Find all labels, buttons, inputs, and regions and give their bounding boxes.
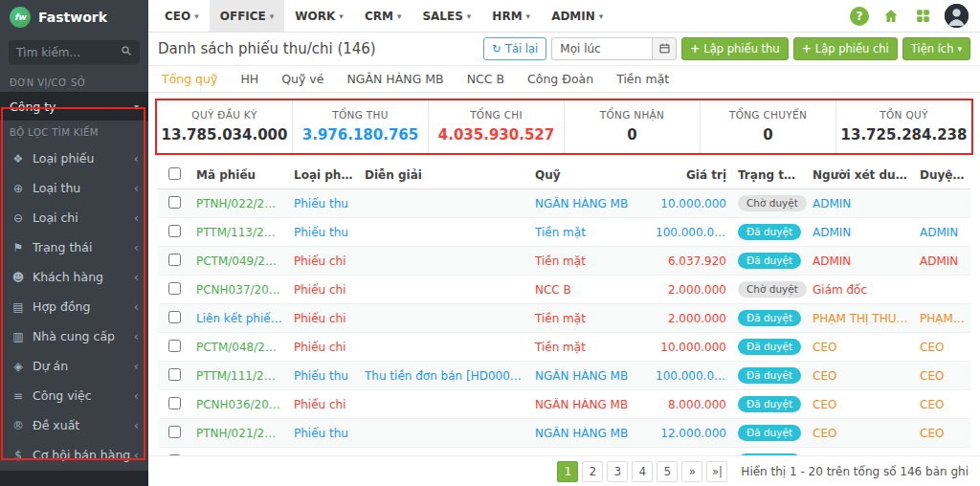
- sidebar-item-nha-cung-cap[interactable]: ▥ Nhà cung cấp ‹: [0, 321, 148, 351]
- company-select[interactable]: Công ty ▾: [0, 92, 148, 121]
- column-header[interactable]: Người xét duyệt: [807, 168, 914, 182]
- sidebar-item-loai-thu[interactable]: ⊕ Loại thu ‹: [0, 173, 148, 203]
- voucher-code-link[interactable]: PCNH037/2022: [190, 283, 288, 297]
- proposal-icon: ®: [10, 419, 27, 432]
- table-row[interactable]: PTTM/113/2022 Phiếu thu Tiền mặt 100.000…: [158, 218, 970, 247]
- nav-item-ceo[interactable]: CEO▾: [154, 0, 210, 32]
- sidebar-item-hop-dong[interactable]: ▤ Hợp đồng ‹: [0, 292, 148, 321]
- tab-ngan-hang-mb[interactable]: NGÂN HÀNG MB: [346, 72, 443, 86]
- nav-item-admin[interactable]: ADMIN▾: [541, 0, 613, 32]
- fund-link[interactable]: Tiền mặt: [529, 341, 650, 354]
- column-header[interactable]: Giá trị: [650, 168, 732, 182]
- fund-link[interactable]: NGÂN HÀNG MB: [529, 197, 650, 210]
- plus-icon: +: [802, 42, 812, 55]
- sidebar-item-trang-thai[interactable]: ⚑ Trạng thái ‹: [0, 232, 148, 262]
- amount: 100.000.000: [650, 369, 732, 383]
- home-icon[interactable]: [881, 7, 901, 26]
- page-button-3[interactable]: 3: [607, 461, 628, 482]
- apps-grid-icon[interactable]: [913, 7, 932, 26]
- fund-link[interactable]: NCC B: [529, 283, 650, 297]
- row-checkbox[interactable]: [168, 426, 181, 438]
- column-header[interactable]: Trạng thái: [732, 168, 807, 182]
- next-pages-icon[interactable]: »: [681, 461, 702, 482]
- row-checkbox[interactable]: [168, 311, 181, 323]
- create-payment-button[interactable]: + Lập phiếu chi: [793, 37, 898, 60]
- row-checkbox[interactable]: [168, 196, 181, 209]
- last-page-icon[interactable]: »|: [706, 461, 727, 482]
- tab-ncc-b[interactable]: NCC B: [467, 72, 504, 86]
- page-button-5[interactable]: 5: [657, 461, 678, 482]
- table-row[interactable]: PCNH036/2022 Phiếu chi NGÂN HÀNG MB 8.00…: [158, 390, 970, 419]
- nav-item-hrm[interactable]: HRM▾: [481, 0, 541, 32]
- calendar-button[interactable]: [652, 37, 677, 60]
- voucher-code-link[interactable]: PTTM/111/2022: [190, 369, 288, 383]
- voucher-code-link[interactable]: PCNH036/2022: [190, 398, 288, 411]
- fund-link[interactable]: NGÂN HÀNG MB: [529, 427, 650, 440]
- row-checkbox[interactable]: [168, 368, 181, 381]
- voucher-code-link[interactable]: PCTM/048/2022: [190, 341, 288, 354]
- row-checkbox[interactable]: [168, 254, 181, 266]
- voucher-code-link[interactable]: PTTM/113/2022: [190, 226, 288, 239]
- search-input[interactable]: Tìm kiếm...: [9, 40, 140, 64]
- create-receipt-button[interactable]: + Lập phiếu thu: [681, 37, 788, 60]
- utilities-button[interactable]: Tiện ích ▾: [902, 37, 970, 60]
- column-header[interactable]: Diễn giải: [359, 168, 529, 182]
- table-row[interactable]: PTNH/021/2022 Phiếu thu NGÂN HÀNG MB 12.…: [158, 419, 970, 448]
- sidebar-item-de-xuat[interactable]: ® Đề xuất ‹: [0, 410, 148, 440]
- table-row[interactable]: PTNH/022/2022 Phiếu thu NGÂN HÀNG MB 10.…: [158, 189, 970, 218]
- time-range-input[interactable]: Mọi lúc: [551, 37, 652, 60]
- voucher-code-link[interactable]: PTNH/022/2022: [190, 197, 288, 210]
- user-avatar[interactable]: [945, 4, 969, 28]
- row-checkbox[interactable]: [168, 340, 181, 352]
- voucher-description[interactable]: Thu tiền đơn bán [HD00087]: [359, 369, 529, 383]
- nav-item-office[interactable]: OFFICE▾: [210, 0, 285, 32]
- column-header[interactable]: Duyệt bởi: [914, 168, 970, 182]
- nav-item-work[interactable]: WORK▾: [284, 0, 354, 32]
- column-header[interactable]: Quỹ: [529, 168, 650, 182]
- table-row[interactable]: PCNH037/2022 Phiếu chi NCC B 2.000.000 C…: [158, 276, 970, 304]
- fund-link[interactable]: NGÂN HÀNG MB: [529, 369, 650, 383]
- row-checkbox[interactable]: [168, 282, 181, 295]
- column-header[interactable]: Loại phiếu: [288, 168, 359, 182]
- brand[interactable]: fw Fastwork: [0, 0, 148, 34]
- nav-item-sales[interactable]: SALES▾: [412, 0, 481, 32]
- expense-icon: ⊖: [10, 211, 27, 225]
- sidebar-item-khach-hang[interactable]: ☻ Khách hàng ‹: [0, 262, 148, 292]
- voucher-code-link[interactable]: PCTM/049/2022: [190, 254, 288, 268]
- table-row[interactable]: PCTM/048/2022 Phiếu chi Tiền mặt 10.000.…: [158, 333, 970, 362]
- help-icon[interactable]: ?: [850, 7, 869, 26]
- fund-link[interactable]: NGÂN HÀNG MB: [529, 398, 650, 411]
- table-row[interactable]: Liên kết phiếu chi Phiếu chi Tiền mặt 2.…: [158, 304, 970, 333]
- page-button-4[interactable]: 4: [632, 461, 653, 482]
- voucher-code-link[interactable]: Liên kết phiếu chi: [190, 312, 288, 325]
- table-row[interactable]: PCTM/049/2022 Phiếu chi Tiền mặt 6.037.9…: [158, 247, 970, 276]
- fund-link[interactable]: Tiền mặt: [529, 226, 650, 239]
- nav-item-crm[interactable]: CRM▾: [354, 0, 412, 32]
- table-row[interactable]: PCTM/047/2022 Phiếu chi NCC B 5.000.000 …: [158, 448, 970, 455]
- page-button-2[interactable]: 2: [582, 461, 603, 482]
- sidebar-item-cong-viec[interactable]: ≡ Công việc ‹: [0, 381, 148, 410]
- sidebar-item-loai-phieu[interactable]: ❖ Loại phiếu ‹: [0, 144, 148, 173]
- reload-button[interactable]: ↻ Tải lại: [483, 37, 546, 60]
- table-row[interactable]: PTTM/111/2022 Phiếu thu Thu tiền đơn bán…: [158, 362, 970, 390]
- nav-label: CEO: [165, 10, 190, 23]
- select-all-checkbox[interactable]: [168, 167, 181, 180]
- row-checkbox[interactable]: [168, 397, 181, 409]
- voucher-code-link[interactable]: PTNH/021/2022: [190, 427, 288, 440]
- tab-tong-quy[interactable]: Tổng quỹ: [162, 72, 217, 86]
- tab-quy-ve[interactable]: Quỹ vé: [281, 72, 323, 86]
- refresh-icon: ↻: [492, 42, 501, 55]
- sidebar-item-du-an[interactable]: ◈ Dự án ‹: [0, 351, 148, 381]
- sidebar-item-co-hoi-ban-hang[interactable]: $ Cơ hội bán hàng ‹: [0, 440, 148, 470]
- sidebar-item-loai-chi[interactable]: ⊖ Loại chi ‹: [0, 203, 148, 232]
- approved-by: CEO: [914, 341, 970, 354]
- row-checkbox[interactable]: [168, 225, 181, 237]
- tab-tien-mat[interactable]: Tiền mặt: [616, 72, 669, 86]
- page-button-1[interactable]: 1: [557, 461, 578, 482]
- chevron-down-icon: ▾: [397, 11, 402, 21]
- column-header[interactable]: Mã phiếu: [190, 168, 288, 182]
- tab-hh[interactable]: HH: [240, 72, 258, 86]
- tab-cong-doan[interactable]: Công Đoàn: [527, 72, 593, 86]
- fund-link[interactable]: Tiền mặt: [529, 254, 650, 268]
- fund-link[interactable]: Tiền mặt: [529, 312, 650, 325]
